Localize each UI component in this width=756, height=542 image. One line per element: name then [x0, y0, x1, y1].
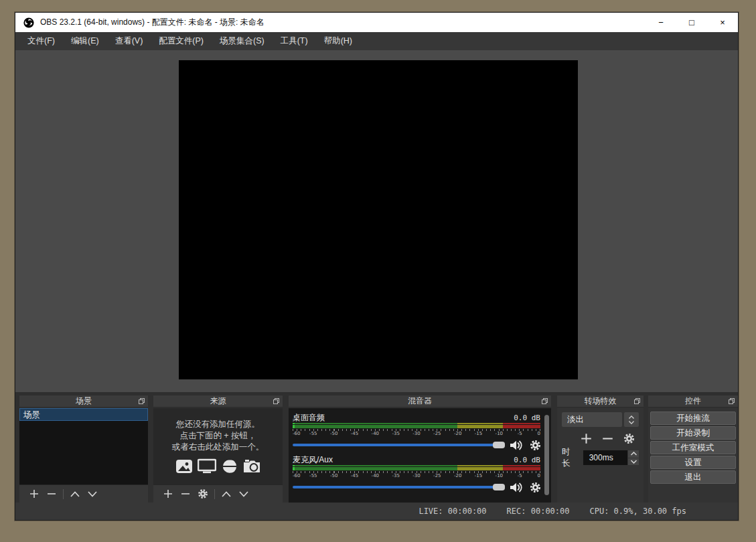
menu-view[interactable]: 查看(V) — [107, 32, 151, 50]
meter-scale-label: -15 — [475, 431, 482, 436]
channel-settings-gear-icon[interactable] — [530, 482, 541, 493]
float-panel-icon[interactable] — [634, 398, 640, 404]
controls-panel-header[interactable]: 控件 — [648, 395, 738, 408]
obs-logo-icon — [23, 17, 34, 28]
transitions-panel-header[interactable]: 转场特效 — [557, 395, 644, 408]
scene-list: 场景 — [19, 408, 148, 484]
mixer-panel-title: 混音器 — [408, 395, 432, 407]
scene-up-button[interactable] — [66, 487, 84, 501]
menu-profile[interactable]: 配置文件(P) — [151, 32, 212, 50]
meter-scale-label: -60 — [293, 431, 300, 436]
volume-meter — [293, 423, 540, 424]
menu-edit[interactable]: 编辑(E) — [63, 32, 107, 50]
source-up-button[interactable] — [218, 487, 235, 501]
start-recording-button[interactable]: 开始录制 — [650, 426, 736, 440]
menu-help[interactable]: 帮助(H) — [316, 32, 360, 50]
mixer-panel-header[interactable]: 混音器 — [289, 395, 551, 408]
rec-time: REC: 00:00:00 — [507, 507, 570, 516]
meter-scale-label: -10 — [496, 431, 503, 436]
transitions-body: 淡出 时长 300ms — [557, 408, 644, 503]
add-source-button[interactable] — [159, 487, 177, 501]
meter-scale-label: -20 — [454, 473, 461, 478]
scenes-toolbar — [19, 484, 148, 503]
source-down-button[interactable] — [235, 487, 252, 501]
remove-source-button[interactable] — [177, 487, 194, 501]
float-panel-icon[interactable] — [139, 398, 145, 404]
close-button[interactable]: × — [707, 13, 738, 32]
duration-up-button[interactable] — [628, 450, 639, 458]
add-transition-button[interactable] — [581, 433, 592, 444]
remove-scene-button[interactable] — [43, 487, 60, 501]
program-canvas[interactable] — [179, 60, 578, 379]
volume-slider[interactable] — [293, 486, 504, 488]
volume-meter — [293, 465, 540, 466]
scene-list-item[interactable]: 场景 — [19, 408, 148, 421]
source-properties-gear-icon[interactable] — [194, 487, 212, 501]
sources-empty-text: 您还没有添加任何源。 — [176, 419, 260, 430]
maximize-button[interactable]: □ — [676, 13, 707, 32]
float-panel-icon[interactable] — [542, 398, 548, 404]
globe-source-icon — [221, 458, 238, 474]
scenes-panel-title: 场景 — [76, 395, 92, 407]
meter-scale-labels: -60-55-50-45-40-35-30-25-20-15-10-50 — [293, 431, 540, 436]
sources-empty-area[interactable]: 您还没有添加任何源。 点击下面的 + 按钮， 或者右击此处添加一个。 — [153, 408, 283, 484]
meter-scale-label: 0 — [538, 431, 540, 436]
meter-scale-label: 0 — [538, 473, 540, 478]
desktop-background: OBS 23.2.1 (64-bit, windows) - 配置文件: 未命名… — [0, 0, 756, 542]
studio-mode-button[interactable]: 工作室模式 — [650, 441, 736, 454]
meter-scale-label: -40 — [372, 473, 379, 478]
volume-slider-handle[interactable] — [493, 442, 505, 448]
mixer-scrollbar[interactable] — [544, 415, 549, 495]
remove-transition-button[interactable] — [602, 433, 613, 444]
meter-scale-label: -35 — [392, 473, 399, 478]
meter-scale-label: -40 — [372, 431, 379, 436]
controls-panel-title: 控件 — [685, 395, 701, 407]
sources-panel-title: 来源 — [210, 395, 226, 407]
mixer-panel: 混音器 桌面音频 0.0 dB -60-55-50-45-40-35-30-25… — [289, 395, 551, 503]
settings-button[interactable]: 设置 — [650, 456, 736, 469]
sources-empty-text: 或者右击此处添加一个。 — [172, 442, 264, 453]
exit-button[interactable]: 退出 — [650, 470, 736, 484]
float-panel-icon[interactable] — [729, 398, 735, 404]
preview-area — [15, 50, 738, 392]
transitions-panel: 转场特效 淡出 — [557, 395, 644, 503]
meter-scale-label: -60 — [293, 473, 300, 478]
meter-scale-label: -55 — [309, 473, 317, 478]
menu-tools[interactable]: 工具(T) — [273, 32, 316, 50]
volume-slider-handle[interactable] — [493, 484, 505, 490]
meter-scale-label: -50 — [330, 473, 337, 478]
channel-settings-gear-icon[interactable] — [530, 440, 541, 451]
minimize-button[interactable]: − — [646, 13, 676, 32]
scenes-panel-header[interactable]: 场景 — [19, 395, 148, 408]
duration-down-button[interactable] — [628, 458, 639, 466]
menu-file[interactable]: 文件(F) — [19, 32, 63, 50]
transition-select[interactable]: 淡出 — [562, 412, 622, 427]
window-controls: − □ × — [646, 13, 738, 32]
scene-down-button[interactable] — [84, 487, 101, 501]
cpu-fps-stats: CPU: 0.9%, 30.00 fps — [590, 507, 687, 516]
volume-slider[interactable] — [293, 444, 504, 446]
titlebar[interactable]: OBS 23.2.1 (64-bit, windows) - 配置文件: 未命名… — [15, 13, 738, 32]
sources-panel-header[interactable]: 来源 — [153, 395, 283, 408]
transition-select-spinner[interactable] — [624, 412, 639, 427]
meter-scale-label: -55 — [309, 431, 317, 436]
window-title: OBS 23.2.1 (64-bit, windows) - 配置文件: 未命名… — [40, 17, 264, 28]
duration-label: 时长 — [562, 446, 578, 469]
add-scene-button[interactable] — [25, 487, 43, 501]
controls-panel: 控件 开始推流 开始录制 工作室模式 设置 退出 — [648, 395, 738, 503]
scenes-panel: 场景 场景 — [19, 395, 148, 503]
obs-main-window: OBS 23.2.1 (64-bit, windows) - 配置文件: 未命名… — [15, 12, 739, 521]
float-panel-icon[interactable] — [273, 398, 279, 404]
start-streaming-button[interactable]: 开始推流 — [650, 412, 736, 425]
meter-scale-label: -50 — [330, 431, 337, 436]
duration-value[interactable]: 300ms — [583, 450, 627, 465]
speaker-mute-icon[interactable] — [510, 440, 523, 451]
duration-spinbox[interactable]: 300ms — [583, 450, 639, 465]
transition-properties-gear-icon[interactable] — [623, 433, 635, 444]
meter-scale-label: -30 — [412, 473, 420, 478]
toolbar-separator — [63, 489, 64, 499]
display-source-icon — [198, 458, 216, 474]
speaker-mute-icon[interactable] — [510, 482, 523, 493]
menu-scene-collection[interactable]: 场景集合(S) — [212, 32, 273, 50]
meter-scale-label: -10 — [496, 473, 503, 478]
